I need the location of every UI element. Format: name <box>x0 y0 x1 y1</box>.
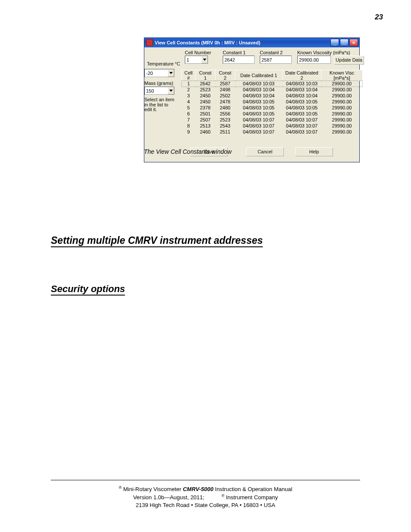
mass-label: Mass (grams) <box>144 81 180 86</box>
table-cell: 29990.00 <box>321 105 363 111</box>
table-cell: 1 <box>182 81 196 87</box>
minimize-button[interactable]: _ <box>330 39 339 47</box>
table-cell: 04/08/03 10:05 <box>235 111 283 117</box>
cell-number-select[interactable]: 1 <box>185 56 208 64</box>
table-row[interactable]: 42450247804/08/03 10:0504/08/03 10:05299… <box>182 99 363 105</box>
maximize-button[interactable]: □ <box>340 39 349 47</box>
table-cell: 2460 <box>196 129 215 135</box>
table-row[interactable]: 72507252304/08/03 10:0704/08/03 10:07299… <box>182 117 363 123</box>
cell-constants-table[interactable]: Cell # Const 1 Const 2 Date Calibrated 1… <box>181 70 363 135</box>
chevron-down-icon <box>169 72 173 74</box>
table-row[interactable]: 92460251104/08/03 10:0704/08/03 10:07299… <box>182 129 363 135</box>
table-cell: 04/08/03 10:07 <box>283 123 321 129</box>
table-row[interactable]: 12642258704/08/03 10:0304/08/03 10:03299… <box>182 81 363 87</box>
table-cell: 2378 <box>196 105 215 111</box>
table-cell: 04/08/03 10:05 <box>235 99 283 105</box>
dropdown-button[interactable] <box>201 56 208 63</box>
table-cell: 2502 <box>215 93 235 99</box>
select-note: Select an item in the list to edit it. <box>144 97 180 112</box>
temperature-select[interactable]: -20 <box>144 69 174 77</box>
table-cell: 04/08/03 10:05 <box>283 111 321 117</box>
table-cell: 29990.00 <box>321 123 363 129</box>
table-cell: 29990.00 <box>321 99 363 105</box>
table-cell: 04/08/03 10:03 <box>283 81 321 87</box>
table-cell: 2511 <box>215 129 235 135</box>
table-row[interactable]: 52378248004/08/03 10:0504/08/03 10:05299… <box>182 105 363 111</box>
page-number: 23 <box>375 13 383 22</box>
table-cell: 9 <box>182 129 196 135</box>
table-row[interactable]: 22523249804/08/03 10:0404/08/03 10:04299… <box>182 87 363 93</box>
table-cell: 2543 <box>215 123 235 129</box>
table-cell: 29990.00 <box>321 117 363 123</box>
table-row[interactable]: 82513254304/08/03 10:0704/08/03 10:07299… <box>182 123 363 129</box>
table-cell: 2523 <box>196 87 215 93</box>
dropdown-button[interactable] <box>168 69 174 77</box>
table-cell: 2450 <box>196 93 215 99</box>
table-cell: 04/08/03 10:03 <box>235 81 283 87</box>
dropdown-button[interactable] <box>168 87 174 94</box>
table-cell: 29990.00 <box>321 129 363 135</box>
known-visc-label: Known Viscosity (mPa*s) <box>297 50 350 55</box>
col-knownvisc[interactable]: Known Visc [mPa*s] <box>321 70 363 81</box>
table-cell: 2498 <box>215 87 235 93</box>
table-cell: 4 <box>182 99 196 105</box>
client-area: Temperature °C Cell Number 1 Constant 1 … <box>144 47 359 162</box>
heading-security-options: Security options <box>51 283 125 296</box>
table-cell: 04/08/03 10:04 <box>283 87 321 93</box>
table-cell: 2513 <box>196 123 215 129</box>
col-const2[interactable]: Const 2 <box>215 70 235 81</box>
known-visc-input[interactable] <box>297 56 331 64</box>
mass-select[interactable]: 150 <box>144 87 174 95</box>
col-date2[interactable]: Date Calibrated 2 <box>283 70 321 81</box>
table-cell: 04/08/03 10:07 <box>235 129 283 135</box>
view-cell-constants-window: View Cell Constants (MRV 0h : MRV : Unsa… <box>144 37 360 162</box>
table-cell: 7 <box>182 117 196 123</box>
cell-number-label: Cell Number <box>185 50 211 55</box>
table-cell: 04/08/03 10:05 <box>283 99 321 105</box>
table-cell: 6 <box>182 111 196 117</box>
col-const1[interactable]: Const 1 <box>196 70 215 81</box>
table-cell: 04/08/03 10:04 <box>235 93 283 99</box>
window-title: View Cell Constants (MRV 0h : MRV : Unsa… <box>155 40 330 45</box>
table-cell: 29900.00 <box>321 81 363 87</box>
constant2-label: Constant 2 <box>260 50 283 55</box>
mass-value: 150 <box>145 88 168 93</box>
constant1-input[interactable] <box>223 56 255 64</box>
table-header-row[interactable]: Cell # Const 1 Const 2 Date Calibrated 1… <box>182 70 363 81</box>
table-cell: 04/08/03 10:07 <box>283 117 321 123</box>
temperature-value: -20 <box>145 71 168 76</box>
help-button[interactable]: Help <box>295 147 333 156</box>
col-cell[interactable]: Cell # <box>182 70 196 81</box>
chevron-down-icon <box>169 90 173 92</box>
cancel-button[interactable]: Cancel <box>246 147 284 156</box>
table-cell: 04/08/03 10:07 <box>283 129 321 135</box>
chevron-down-icon <box>203 59 206 61</box>
table-cell: 29900.00 <box>321 93 363 99</box>
constant2-input[interactable] <box>260 56 292 64</box>
table-cell: 5 <box>182 105 196 111</box>
titlebar[interactable]: View Cell Constants (MRV 0h : MRV : Unsa… <box>144 38 359 47</box>
table-cell: 2 <box>182 87 196 93</box>
footer: ® Mini-Rotary Viscometer CMRV-5000 Instr… <box>0 485 411 509</box>
col-date1[interactable]: Date Calibrated 1 <box>235 70 283 81</box>
cell-number-value: 1 <box>185 57 201 62</box>
table-row[interactable]: 62501255604/08/03 10:0504/08/03 10:05299… <box>182 111 363 117</box>
table-cell: 04/08/03 10:07 <box>235 123 283 129</box>
table-cell: 04/08/03 10:04 <box>235 87 283 93</box>
app-icon <box>146 39 153 46</box>
table-cell: 04/08/03 10:05 <box>235 105 283 111</box>
close-icon: × <box>352 40 355 45</box>
table-cell: 2587 <box>215 81 235 87</box>
footer-divider <box>51 480 360 480</box>
minimize-icon: _ <box>333 40 336 45</box>
table-cell: 8 <box>182 123 196 129</box>
table-cell: 04/08/03 10:04 <box>283 93 321 99</box>
maximize-icon: □ <box>343 40 346 45</box>
table-cell: 2523 <box>215 117 235 123</box>
update-data-button[interactable]: Update Data <box>334 56 364 65</box>
table-cell: 3 <box>182 93 196 99</box>
table-row[interactable]: 32450250204/08/03 10:0404/08/03 10:04299… <box>182 93 363 99</box>
close-button[interactable]: × <box>349 39 358 47</box>
table-cell: 2556 <box>215 111 235 117</box>
constant1-label: Constant 1 <box>223 50 246 55</box>
